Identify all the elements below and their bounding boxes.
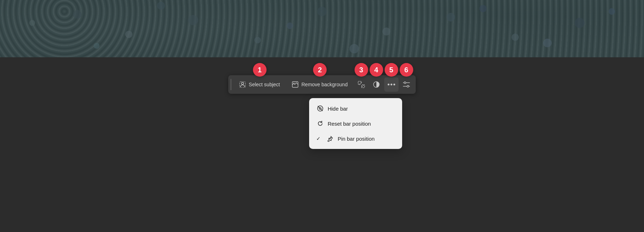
select-subject-button[interactable]: Select subject xyxy=(234,77,286,92)
svg-line-11 xyxy=(318,106,322,111)
reset-bar-label: Reset bar position xyxy=(328,121,371,127)
select-area-icon xyxy=(357,81,365,88)
svg-point-15 xyxy=(404,82,406,84)
select-subject-label: Select subject xyxy=(249,82,280,87)
remove-background-button[interactable]: Remove background xyxy=(286,77,353,92)
svg-point-0 xyxy=(241,82,244,84)
half-tone-wrapper: 4 xyxy=(369,77,384,92)
more-options-icon xyxy=(387,83,395,86)
select-subject-icon xyxy=(239,81,246,88)
svg-point-9 xyxy=(393,84,395,86)
remove-background-icon xyxy=(292,81,298,88)
select-area-wrapper: 3 xyxy=(354,77,369,92)
badge-1: 1 xyxy=(253,63,267,77)
svg-point-3 xyxy=(293,83,294,84)
hide-bar-item[interactable]: Hide bar xyxy=(309,101,402,116)
svg-point-7 xyxy=(387,84,389,86)
more-options-dropdown: Hide bar Reset bar position ✓ xyxy=(309,98,402,149)
settings-wrapper: 6 xyxy=(399,77,414,92)
toolbar-container: 1 Select subject 2 xyxy=(228,75,415,94)
settings-button[interactable] xyxy=(399,77,414,92)
background-texture xyxy=(0,0,644,57)
toolbar-divider xyxy=(230,79,231,90)
svg-rect-4 xyxy=(358,81,361,84)
dark-panel: 1 Select subject 2 xyxy=(0,57,644,232)
reset-bar-item[interactable]: Reset bar position xyxy=(309,116,402,131)
half-tone-button[interactable] xyxy=(369,77,384,92)
hide-bar-label: Hide bar xyxy=(328,106,348,112)
svg-rect-2 xyxy=(292,82,298,87)
badge-5: 5 xyxy=(385,63,398,77)
remove-background-wrapper: 2 Remove background xyxy=(286,77,353,92)
badge-6: 6 xyxy=(400,63,413,77)
pin-bar-icon xyxy=(326,135,334,142)
hide-bar-icon xyxy=(316,105,324,112)
badge-2: 2 xyxy=(313,63,327,77)
select-area-button[interactable] xyxy=(354,77,369,92)
pin-bar-checkmark: ✓ xyxy=(316,136,323,141)
remove-background-label: Remove background xyxy=(301,82,347,87)
pin-bar-label: Pin bar position xyxy=(338,136,375,142)
badge-3: 3 xyxy=(355,63,368,77)
badge-4: 4 xyxy=(370,63,383,77)
settings-icon xyxy=(402,81,410,88)
half-tone-icon xyxy=(372,81,380,88)
more-options-wrapper: 5 xyxy=(384,77,399,92)
select-subject-wrapper: 1 Select subject xyxy=(234,77,286,92)
pin-bar-item[interactable]: ✓ Pin bar position xyxy=(309,131,402,146)
more-options-button[interactable] xyxy=(384,77,399,92)
reset-bar-icon xyxy=(316,120,324,127)
bg-rocks-overlay xyxy=(0,0,644,57)
svg-rect-5 xyxy=(362,85,365,88)
toolbar: 1 Select subject 2 xyxy=(228,75,415,94)
svg-point-17 xyxy=(407,86,409,87)
svg-point-8 xyxy=(390,84,392,86)
